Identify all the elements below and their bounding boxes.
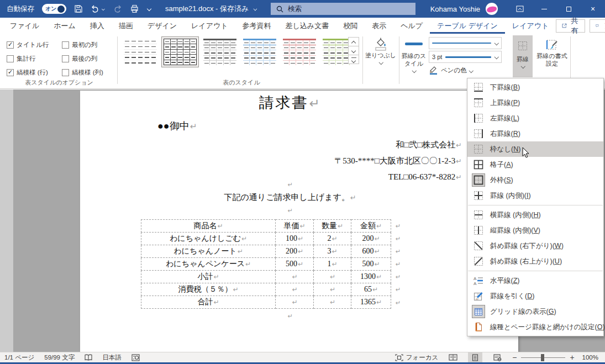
tab-4[interactable]: デザイン bbox=[140, 18, 184, 34]
menu-item-left[interactable]: 左罫線(L) bbox=[467, 110, 603, 126]
table-cell[interactable]: 小計↵ bbox=[141, 271, 276, 283]
blue-header-style[interactable] bbox=[241, 36, 278, 67]
table-cell[interactable]: 600↵ bbox=[351, 245, 391, 258]
avatar[interactable] bbox=[486, 3, 498, 15]
menu-item-right[interactable]: 右罫線(R) bbox=[467, 126, 603, 141]
table-cell[interactable]: 65↵ bbox=[351, 283, 391, 296]
menu-item-draw[interactable]: 罫線を引く(D) bbox=[467, 288, 603, 304]
gallery-scroll-down-button[interactable] bbox=[348, 46, 359, 55]
focus-mode-button[interactable]: フォーカス bbox=[395, 354, 439, 362]
zoom-thumb[interactable] bbox=[541, 354, 544, 361]
menu-item-none[interactable]: 枠なし(N) bbox=[467, 141, 603, 157]
table-cell[interactable]: わにちゃんペンケース↵ bbox=[141, 258, 276, 271]
checkbox-option[interactable]: 最初の列 bbox=[62, 38, 118, 52]
maximize-button[interactable] bbox=[556, 0, 581, 18]
line-style-combo[interactable] bbox=[429, 37, 502, 49]
checkbox-option[interactable]: 縞模様 (列) bbox=[62, 66, 118, 80]
menu-item-diag-down[interactable]: 斜め罫線 (右下がり)(W) bbox=[467, 238, 603, 254]
read-mode-button[interactable] bbox=[446, 352, 460, 362]
menu-item-top[interactable]: 上罫線(P) bbox=[467, 95, 603, 110]
zoom-slider[interactable]: − + bbox=[512, 353, 574, 362]
header-cell[interactable]: 単価↵ bbox=[276, 220, 314, 233]
tab-2[interactable]: 挿入 bbox=[83, 18, 112, 34]
header-cell[interactable]: 金額↵ bbox=[351, 220, 391, 233]
border-styles-button[interactable]: 罫線のスタイル bbox=[401, 37, 427, 73]
checkbox-option[interactable]: 集計行 bbox=[7, 52, 62, 66]
gray-header-style[interactable] bbox=[201, 36, 239, 67]
document-page[interactable]: 請求書↵ ●●御中↵ 和□弐□株式会社↵〒530-****□大阪市北区〇〇1-2… bbox=[80, 91, 518, 352]
undo-button[interactable] bbox=[91, 5, 105, 13]
document-title[interactable]: sample21.docx - 保存済み bbox=[165, 4, 257, 14]
plain-table-style[interactable] bbox=[122, 36, 159, 67]
table-cell[interactable]: ↵ bbox=[314, 271, 351, 283]
menu-item-bottom[interactable]: 下罫線(B) bbox=[467, 80, 603, 95]
header-cell[interactable]: 商品名↵ bbox=[141, 220, 276, 233]
share-button[interactable]: 共有 bbox=[556, 19, 585, 33]
menu-item-inside-v[interactable]: 縦罫線 (内側)(V) bbox=[467, 223, 603, 238]
print-layout-button[interactable] bbox=[468, 352, 482, 362]
menu-item-hline[interactable]: AA水平線(Z) bbox=[467, 273, 603, 288]
invoice-table[interactable]: 商品名↵単価↵数量↵金額↵わにちゃんけしごむ↵100↵2↵200↵わにちゃんノー… bbox=[141, 219, 391, 309]
menu-item-diag-up[interactable]: 斜め罫線 (右上がり)(U) bbox=[467, 254, 603, 269]
ime-status-icon[interactable] bbox=[131, 354, 140, 361]
table-cell[interactable]: わにちゃんノート↵ bbox=[141, 245, 276, 258]
table-cell[interactable]: ↵ bbox=[314, 283, 351, 296]
checkbox-option[interactable]: 縞模様 (行) bbox=[7, 66, 62, 80]
table-cell[interactable]: ↵ bbox=[276, 271, 314, 283]
table-cell[interactable]: 500↵ bbox=[276, 258, 314, 271]
zoom-out-button[interactable]: − bbox=[512, 353, 517, 362]
table-cell[interactable]: わにちゃんけしごむ↵ bbox=[141, 233, 276, 245]
menu-item-inside-h[interactable]: 横罫線 (内側)(H) bbox=[467, 207, 603, 223]
checkbox-option[interactable]: タイトル行 bbox=[7, 38, 62, 52]
print-button[interactable] bbox=[130, 4, 139, 13]
table-cell[interactable]: ↵ bbox=[276, 283, 314, 296]
tab-6[interactable]: 参考資料 bbox=[235, 18, 278, 34]
gallery-scroll-up-button[interactable] bbox=[348, 37, 359, 46]
menu-item-settings[interactable]: 線種とページ罫線と網かけの設定(O)... bbox=[467, 319, 603, 335]
tab-8[interactable]: 校閲 bbox=[336, 18, 365, 34]
autosave-toggle[interactable]: オン bbox=[42, 4, 66, 14]
tab-12[interactable]: レイアウト bbox=[505, 18, 556, 34]
word-count[interactable]: 59/99 文字 bbox=[44, 354, 75, 362]
table-cell[interactable]: 1300↵ bbox=[351, 271, 391, 283]
pen-color-button[interactable]: ペンの色 bbox=[429, 66, 473, 75]
save-button[interactable] bbox=[74, 4, 83, 13]
comments-button[interactable]: コメント bbox=[590, 19, 605, 33]
shading-button[interactable]: 塗りつぶし bbox=[365, 37, 397, 65]
border-painter-button[interactable]: 罫線の書式設定 bbox=[536, 35, 568, 68]
tab-10[interactable]: ヘルプ bbox=[393, 18, 430, 34]
borders-button[interactable]: 罫線 bbox=[513, 35, 533, 77]
search-input[interactable]: 検索 bbox=[271, 3, 415, 15]
table-cell[interactable]: 200↵ bbox=[351, 233, 391, 245]
menu-item-inside[interactable]: 罫線 (内側)(I) bbox=[467, 188, 603, 203]
table-cell[interactable]: 1↵ bbox=[314, 258, 351, 271]
tab-11[interactable]: テーブル デザイン bbox=[430, 18, 505, 34]
menu-item-all[interactable]: 格子(A) bbox=[467, 157, 603, 172]
table-cell[interactable]: ↵ bbox=[314, 296, 351, 309]
red-header-style[interactable] bbox=[281, 36, 318, 67]
table-cell[interactable]: 100↵ bbox=[276, 233, 314, 245]
user-name[interactable]: Kohama Yoshie bbox=[430, 5, 480, 13]
gallery-more-button[interactable] bbox=[348, 55, 359, 64]
zoom-in-button[interactable]: + bbox=[570, 353, 574, 362]
tab-file[interactable]: ファイル bbox=[0, 18, 46, 34]
menu-item-outer[interactable]: 外枠(S) bbox=[467, 172, 603, 188]
ribbon-display-options-button[interactable] bbox=[508, 0, 532, 18]
table-cell[interactable]: 3↵ bbox=[314, 245, 351, 258]
web-layout-button[interactable] bbox=[490, 352, 504, 362]
tab-1[interactable]: ホーム bbox=[46, 18, 83, 34]
table-cell[interactable]: ↵ bbox=[276, 296, 314, 309]
proofing-icon[interactable] bbox=[85, 354, 92, 361]
language-indicator[interactable]: 日本語 bbox=[102, 354, 122, 362]
table-cell[interactable]: 合計↵ bbox=[141, 296, 276, 309]
tab-5[interactable]: レイアウト bbox=[184, 18, 235, 34]
tab-3[interactable]: 描画 bbox=[112, 18, 140, 34]
header-cell[interactable]: 数量↵ bbox=[314, 220, 351, 233]
table-cell[interactable]: 消費税（５％）↵ bbox=[141, 283, 276, 296]
minimize-button[interactable] bbox=[532, 0, 556, 18]
qat-customize-chevron-icon[interactable] bbox=[147, 7, 151, 11]
tab-9[interactable]: 表示 bbox=[365, 18, 393, 34]
zoom-track[interactable] bbox=[521, 357, 565, 358]
tab-7[interactable]: 差し込み文書 bbox=[278, 18, 336, 34]
table-cell[interactable]: 200↵ bbox=[276, 245, 314, 258]
